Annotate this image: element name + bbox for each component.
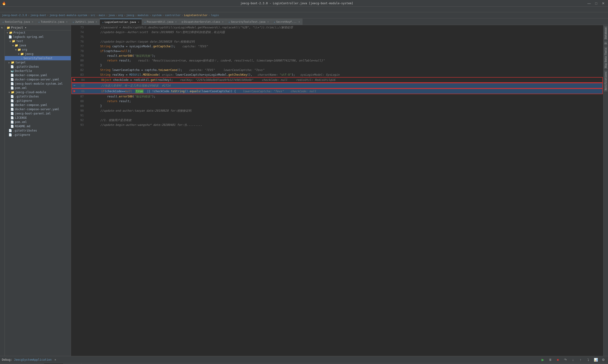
tree-item-test[interactable]: ▼ 📁 test [5,39,71,43]
tree-item-gitattributes2[interactable]: 📄 .gitattributes [5,94,71,99]
tab-passwordutil[interactable]: ☕ PasswordUtil.java × [142,19,179,25]
line-num-90: 90 [76,108,86,113]
gutter-84: ● [72,78,77,81]
debug-panel: Debug: JeecgSystemApplication × ▶ ⏸ ■ ↷ … [0,356,608,364]
breadcrumb: jeecg-boot-2.3.0 › jeecg-boot › jeecg-bo… [0,12,608,18]
tree-item-gitattributes3[interactable]: 📄 .gitattributes [5,129,71,133]
line-content-86: if(checkCode==null true || !checkCode.to… [87,89,602,94]
breadcrumb-item[interactable]: login [211,14,219,17]
line-num-74: 74 [76,30,86,35]
line-num-77: 77 [76,44,86,49]
sidebar-header: 📁 Project ▾ [5,25,71,30]
code-line-83: 83 String realKey = MD5Util.MD5Encode( o… [71,72,603,77]
line-content-87: result.error500("验证码错误"); [86,94,603,99]
code-line-93: 93 //update-begin-author:wangshu* date:2… [71,122,603,127]
tab-logincontroller[interactable]: ☕ LoginController.java × [100,19,142,25]
line-num-75: 75 [76,35,86,39]
tree-item-pom1[interactable]: 📄 pom.xml [5,86,71,90]
line-content-84: Object checkCode = redisUtil.get(realKey… [87,78,602,82]
tree-item-cloud-module[interactable]: ▼ 📁 jeecg-cloud-module [5,90,71,94]
right-panel-bigdata[interactable]: Big Data Tools [604,46,608,69]
line-content-93: //update-begin-author:wangshu* date:2020… [86,122,603,127]
tree-item-project[interactable]: ▼ 📁 Project [5,30,71,35]
right-panel-d[interactable]: D [604,41,608,45]
tree-item-license[interactable]: 📄 LICENSE [5,116,71,120]
code-line-86: ● 86 if(checkCode==null true || !checkCo… [71,89,603,94]
sidebar-project-icon[interactable]: P [0,26,4,29]
close-debug-icon[interactable]: × [54,358,56,361]
tree-item-gitignore2[interactable]: 📄 .gitignore [5,133,71,137]
breadcrumb-item[interactable]: jeecg-boot [30,14,46,17]
tree-item-parent-iml[interactable]: 📄 jeecg-boot-parent.iml [5,111,71,116]
tree-item-docker3[interactable]: 📄 docker-compose-server.yaml [5,107,71,111]
line-content-78: if(captcha==null){ [86,49,603,53]
tab-jwtutil[interactable]: ☕ JwtUtil.java × [70,19,100,25]
breadcrumb-item[interactable]: modules [138,14,149,17]
code-line-85: → 85 //当进入登录时，有一定几率出现验证码错误 #1714 [71,83,603,89]
right-panel-notifications[interactable]: Notifications [604,70,608,91]
minimize-button[interactable]: — [586,0,592,6]
tree-item-gitignore1[interactable]: 📄 .gitignore [5,99,71,103]
code-line-77: 77 String captcha = sysLoginModel.getCap… [71,44,603,49]
line-num-76: 76 [76,39,86,44]
tab-tokenutils[interactable]: ☕ TokenUtils.java × [36,19,70,25]
tree-item-docker2[interactable]: 📄 docker-compose.yaml [5,103,71,107]
right-panel-database[interactable]: Database [604,26,608,40]
tree-item-logback[interactable]: 📄 logback-spring.xml [5,35,71,39]
debug-resume-button[interactable]: ▶ [540,357,545,363]
tree-item-gitattributes1[interactable]: 📄 .gitattributes [5,65,71,69]
breadcrumb-item[interactable]: src [91,14,95,17]
debug-step-into-button[interactable]: ↓ [570,357,576,363]
debug-run-to-cursor-button[interactable]: ⤵ [585,357,591,363]
breadcrumb-item[interactable]: controller [165,14,181,17]
tab-redisconfig[interactable]: ☕ RedisConfig.java × [0,19,36,25]
debug-settings-button[interactable]: ⚙ [600,357,606,363]
breadcrumb-item[interactable]: java [109,14,115,17]
debug-stop-button[interactable]: ■ [555,357,561,363]
code-editor[interactable]: 73 //password = AesEncryptUtil.desEncryp… [71,25,603,356]
tree-item-java[interactable]: ▼ 📁 java [5,43,71,48]
tree-item-dockerfile[interactable]: 🐋 Dockerfile [5,69,71,73]
close-button[interactable]: ✕ [600,0,606,6]
breadcrumb-item[interactable]: main [99,14,105,17]
tree-item-pom2[interactable]: 📄 pom.xml [5,120,71,124]
breadcrumb-item[interactable]: jeecg [126,14,134,17]
code-line-76: 76 //update-begin-author:taoyan date:201… [71,39,603,44]
breadcrumb-item[interactable]: org [118,14,123,17]
line-num-86: 86 [77,89,87,94]
breadcrumb-item[interactable]: jeecg-boot-module-system [50,14,87,17]
code-line-73: 73 //password = AesEncryptUtil.desEncryp… [71,25,603,30]
tree-item-target[interactable]: ▶ 📁 target [5,60,71,65]
gutter-85: → [72,83,77,87]
debug-step-out-button[interactable]: ↑ [578,357,583,363]
tree-item-jeecg[interactable]: ▼ 📁 jeecg [5,52,71,56]
line-content-76: //update-begin-author:taoyan date:201908… [86,39,603,44]
debug-step-over-button[interactable]: ↷ [563,357,568,363]
title-bar: 🔥 jeecg-boot-2.3.0 - LoginController.jav… [0,0,608,7]
breadcrumb-item[interactable]: system [152,14,162,17]
debug-evaluate-button[interactable]: 📊 [593,357,598,363]
sidebar-title: Project ▾ [11,26,26,29]
tree-item-docker-compose[interactable]: 📄 docker-compose.yaml [5,73,71,77]
tree-item-module-iml[interactable]: 📄 jeecg-boot-module-system.iml [5,82,71,86]
tab-secretkey[interactable]: ☕ SecretKeyF... × [271,19,302,25]
code-line-79: 79 result.error500("验证码无效"); [71,53,603,58]
line-num-92: 92 [76,118,86,122]
tree-item-docker-compose-server[interactable]: 📄 docker-compose-server.yaml [5,77,71,82]
line-num-84: 84 [77,78,87,82]
breadcrumb-item[interactable]: LoginController [184,14,207,17]
line-content-90: //update-end-author:taoyan date:20190828… [86,108,603,113]
tab-dispatcherservlet[interactable]: ◫ DispatcherServlet.class × [179,19,226,25]
tree-item-org[interactable]: ▼ 📁 org [5,48,71,52]
main-layout: P 📁 Project ▾ ▼ 📁 Project 📄 logback-spri… [0,25,608,356]
line-num-91: 91 [76,113,86,118]
maximize-button[interactable]: □ [593,0,599,6]
breadcrumb-item[interactable]: jeecg-boot-2.3.0 [2,14,27,17]
code-line-75: 75 [71,35,603,39]
code-line-78: 78 if(captcha==null){ [71,49,603,53]
tab-securitytoolstest[interactable]: ☕ SecurityToolsTest.java × [226,19,271,25]
tree-item-readme[interactable]: 📄 README.md [5,124,71,129]
tree-item-securitytoolstest[interactable]: ☕ SecurityToolsTest [5,56,71,60]
debug-pause-button[interactable]: ⏸ [547,357,553,363]
debug-config-name: JeecgSystemApplication [14,358,52,361]
